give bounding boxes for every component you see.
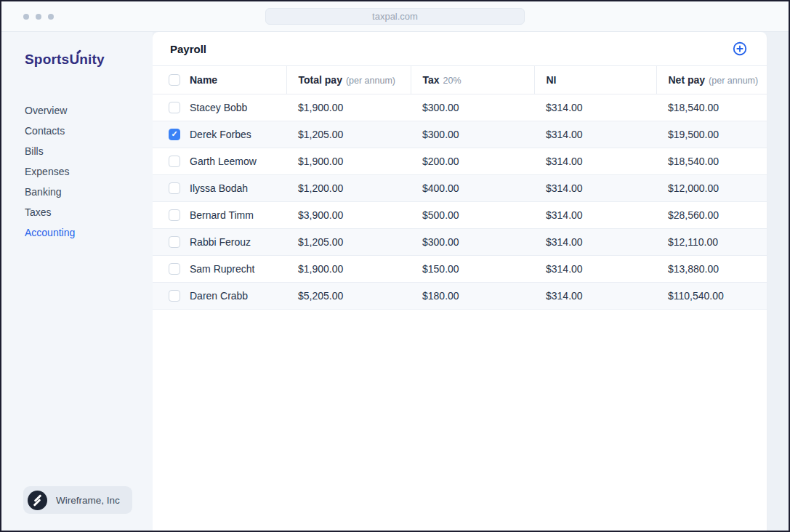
sidebar-item-accounting[interactable]: Accounting xyxy=(25,222,153,243)
row-checkbox[interactable] xyxy=(169,182,180,194)
employee-name: Garth Leemow xyxy=(190,156,257,167)
cell-net-pay: $19,500.00 xyxy=(656,121,767,148)
cell-name: Sam Ruprecht xyxy=(153,255,286,282)
wireframe-logo-icon xyxy=(28,491,47,510)
cell-tax: $300.00 xyxy=(411,94,534,121)
cell-name: Stacey Bobb xyxy=(153,94,286,121)
app-window: { "browser": { "url": "taxpal.com" }, "s… xyxy=(0,0,790,532)
sidebar-item-expenses[interactable]: Expenses xyxy=(25,161,153,182)
row-checkbox[interactable] xyxy=(169,290,180,302)
select-all-checkbox[interactable] xyxy=(169,74,180,86)
app-logo: SportsUnity xyxy=(1,32,153,68)
table-body: Stacey Bobb$1,900.00$300.00$314.00$18,54… xyxy=(153,94,767,309)
cell-total-pay: $5,205.00 xyxy=(286,282,411,309)
cell-ni: $314.00 xyxy=(534,121,656,148)
employee-name: Daren Crabb xyxy=(190,290,248,302)
window-control-dot[interactable] xyxy=(36,14,41,20)
cell-tax: $500.00 xyxy=(411,201,534,228)
circle-plus-icon xyxy=(732,41,748,57)
cell-ni: $314.00 xyxy=(534,201,656,228)
cell-tax: $150.00 xyxy=(411,255,534,282)
sidebar-item-banking[interactable]: Banking xyxy=(25,182,153,202)
cell-ni: $314.00 xyxy=(534,282,656,309)
row-checkbox[interactable] xyxy=(169,236,180,248)
employee-name: Bernard Timm xyxy=(190,209,254,221)
cell-net-pay: $12,000.00 xyxy=(656,174,767,201)
window-control-dot[interactable] xyxy=(23,14,29,20)
table-row[interactable]: Garth Leemow$1,900.00$200.00$314.00$18,5… xyxy=(153,148,767,174)
column-header-total-pay: Total pay(per annum) xyxy=(286,66,411,94)
browser-bar: taxpal.com xyxy=(1,1,789,32)
sidebar-nav: OverviewContactsBillsExpensesBankingTaxe… xyxy=(1,100,153,243)
column-header-ni: NI xyxy=(534,66,656,94)
cell-name: Daren Crabb xyxy=(153,282,286,309)
cell-ni: $314.00 xyxy=(534,148,656,174)
table-row[interactable]: ✓Derek Forbes$1,205.00$300.00$314.00$19,… xyxy=(153,121,767,148)
table-row[interactable]: Daren Crabb$5,205.00$180.00$314.00$110,5… xyxy=(153,282,767,309)
cell-total-pay: $1,200.00 xyxy=(286,174,411,201)
url-text: taxpal.com xyxy=(372,11,418,22)
window-controls[interactable] xyxy=(23,14,54,20)
cell-tax: $300.00 xyxy=(411,121,534,148)
cell-tax: $180.00 xyxy=(411,282,534,309)
cell-total-pay: $1,900.00 xyxy=(286,255,411,282)
column-header-name: Name xyxy=(153,66,286,94)
cell-ni: $314.00 xyxy=(534,228,656,255)
employee-name: Rabbi Ferouz xyxy=(190,236,251,248)
sidebar-item-overview[interactable]: Overview xyxy=(25,100,153,121)
row-checkbox[interactable] xyxy=(169,209,180,221)
cell-net-pay: $12,110.00 xyxy=(656,228,767,255)
employee-name: Ilyssa Bodah xyxy=(190,182,248,194)
main-area: Payroll NameTotal pay(per annum)Tax20%NI… xyxy=(153,32,789,531)
cell-name: Ilyssa Bodah xyxy=(153,174,286,201)
page-title: Payroll xyxy=(170,43,206,55)
app-body: SportsUnity OverviewContactsBillsExpense… xyxy=(1,32,789,531)
cell-tax: $400.00 xyxy=(411,174,534,201)
sidebar-item-contacts[interactable]: Contacts xyxy=(25,121,153,141)
payroll-table: NameTotal pay(per annum)Tax20%NINet pay(… xyxy=(153,66,767,310)
cell-tax: $200.00 xyxy=(411,148,534,174)
org-name: Wireframe, Inc xyxy=(56,495,120,506)
row-checkbox[interactable] xyxy=(169,263,180,275)
cell-net-pay: $18,540.00 xyxy=(656,94,767,121)
sidebar: SportsUnity OverviewContactsBillsExpense… xyxy=(1,32,153,531)
cell-total-pay: $1,900.00 xyxy=(286,148,411,174)
cell-net-pay: $28,560.00 xyxy=(656,201,767,228)
panel-header: Payroll xyxy=(153,32,767,66)
sidebar-item-bills[interactable]: Bills xyxy=(25,141,153,161)
table-row[interactable]: Sam Ruprecht$1,900.00$150.00$314.00$13,8… xyxy=(153,255,767,282)
url-bar[interactable]: taxpal.com xyxy=(265,8,525,25)
row-checkbox[interactable] xyxy=(169,156,180,167)
cell-total-pay: $1,900.00 xyxy=(286,94,411,121)
cell-name: Bernard Timm xyxy=(153,201,286,228)
logo-u-accent: U xyxy=(69,52,79,68)
employee-name: Stacey Bobb xyxy=(190,102,247,113)
table-row[interactable]: Stacey Bobb$1,900.00$300.00$314.00$18,54… xyxy=(153,94,767,121)
table-header-row: NameTotal pay(per annum)Tax20%NINet pay(… xyxy=(153,66,767,94)
window-control-dot[interactable] xyxy=(48,14,54,20)
employee-name: Derek Forbes xyxy=(190,129,251,140)
sidebar-item-taxes[interactable]: Taxes xyxy=(25,202,153,222)
cell-net-pay: $13,880.00 xyxy=(656,255,767,282)
cell-net-pay: $18,540.00 xyxy=(656,148,767,174)
table-row[interactable]: Bernard Timm$3,900.00$500.00$314.00$28,5… xyxy=(153,201,767,228)
cell-name: Garth Leemow xyxy=(153,148,286,174)
table-row[interactable]: Rabbi Ferouz$1,205.00$300.00$314.00$12,1… xyxy=(153,228,767,255)
payroll-panel: Payroll NameTotal pay(per annum)Tax20%NI… xyxy=(153,32,767,531)
cell-ni: $314.00 xyxy=(534,255,656,282)
row-checkbox[interactable] xyxy=(169,102,180,113)
cell-name: Rabbi Ferouz xyxy=(153,228,286,255)
cell-tax: $300.00 xyxy=(411,228,534,255)
org-pill[interactable]: Wireframe, Inc xyxy=(23,486,132,514)
cell-total-pay: $3,900.00 xyxy=(286,201,411,228)
cell-ni: $314.00 xyxy=(534,94,656,121)
add-entry-button[interactable] xyxy=(732,41,748,57)
cell-total-pay: $1,205.00 xyxy=(286,121,411,148)
row-checkbox[interactable]: ✓ xyxy=(169,129,180,140)
employee-name: Sam Ruprecht xyxy=(190,263,254,275)
cell-total-pay: $1,205.00 xyxy=(286,228,411,255)
column-header-tax: Tax20% xyxy=(411,66,534,94)
cell-name: ✓Derek Forbes xyxy=(153,121,286,148)
cell-net-pay: $110,540.00 xyxy=(656,282,767,309)
table-row[interactable]: Ilyssa Bodah$1,200.00$400.00$314.00$12,0… xyxy=(153,174,767,201)
